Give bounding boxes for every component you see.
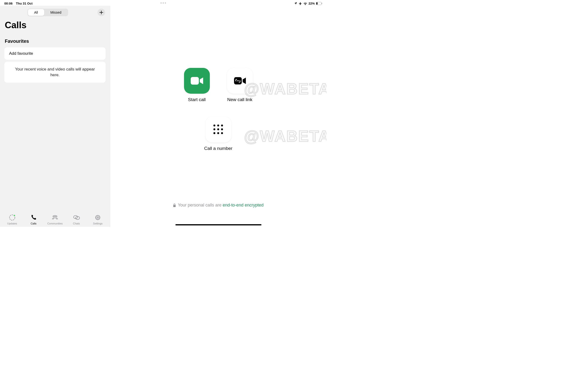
- sidebar: All Missed Calls Favourites Add favourit…: [0, 6, 110, 227]
- footer-prefix: Your personal calls are: [178, 203, 222, 208]
- tab-communities-label: Communities: [47, 222, 63, 225]
- status-bar: 00:06 Thu 31 Oct 22%: [0, 0, 327, 6]
- battery-percent: 22%: [309, 2, 315, 5]
- segmented-control: All Missed: [28, 9, 68, 16]
- new-call-link-label: New call link: [227, 97, 253, 102]
- airplane-icon: [299, 2, 302, 5]
- watermark: @WABETAINFO: [244, 80, 327, 98]
- chats-icon: [73, 214, 80, 221]
- call-a-number-button[interactable]: Call a number: [204, 117, 232, 151]
- svg-point-11: [97, 217, 98, 218]
- seg-missed[interactable]: Missed: [44, 9, 68, 16]
- phone-icon: [30, 214, 37, 221]
- section-favourites: Favourites: [0, 34, 110, 46]
- svg-rect-2: [322, 3, 322, 4]
- tab-updates[interactable]: Updates: [3, 214, 22, 225]
- tab-settings-label: Settings: [93, 222, 103, 225]
- svg-rect-14: [173, 205, 176, 207]
- page-title: Calls: [0, 18, 110, 34]
- updates-icon: [9, 214, 16, 221]
- svg-rect-1: [316, 2, 318, 4]
- empty-calls-message: Your recent voice and video calls will a…: [4, 62, 106, 83]
- tab-updates-label: Updates: [7, 222, 17, 225]
- communities-icon: [51, 214, 58, 221]
- start-call-label: Start call: [188, 97, 206, 102]
- encryption-notice[interactable]: Your personal calls are end-to-end encry…: [173, 203, 264, 208]
- content-area: @WABETAINFO @WABETAINFO Start call New c…: [110, 6, 327, 227]
- home-indicator[interactable]: [175, 224, 261, 225]
- location-icon: [294, 2, 297, 5]
- tab-chats-label: Chats: [73, 222, 80, 225]
- tab-bar: Updates Calls Communities Chats Settings: [0, 212, 110, 227]
- dialpad-icon: [213, 125, 223, 135]
- seg-all[interactable]: All: [28, 9, 44, 16]
- battery-icon: [316, 2, 322, 5]
- status-date: Thu 31 Oct: [16, 2, 33, 5]
- multitasking-dots-icon[interactable]: [161, 2, 166, 4]
- status-time: 00:06: [4, 2, 13, 5]
- video-icon: [190, 76, 204, 85]
- footer-encrypted: end-to-end encrypted: [223, 203, 264, 208]
- svg-rect-12: [191, 77, 199, 85]
- add-favourite-row[interactable]: Add favourite: [4, 47, 106, 60]
- tab-calls[interactable]: Calls: [24, 214, 43, 225]
- lock-icon: [173, 204, 176, 207]
- tab-settings[interactable]: Settings: [88, 214, 107, 225]
- plus-icon: [99, 10, 104, 15]
- settings-icon: [94, 214, 101, 221]
- new-call-button[interactable]: [97, 9, 105, 16]
- wifi-icon: [303, 2, 307, 5]
- tab-calls-label: Calls: [31, 222, 36, 225]
- tab-chats[interactable]: Chats: [67, 214, 86, 225]
- watermark: @WABETAINFO: [244, 127, 327, 145]
- svg-point-4: [14, 215, 15, 216]
- call-a-number-label: Call a number: [204, 146, 232, 151]
- start-call-button[interactable]: Start call: [184, 68, 210, 102]
- tab-communities[interactable]: Communities: [45, 214, 65, 225]
